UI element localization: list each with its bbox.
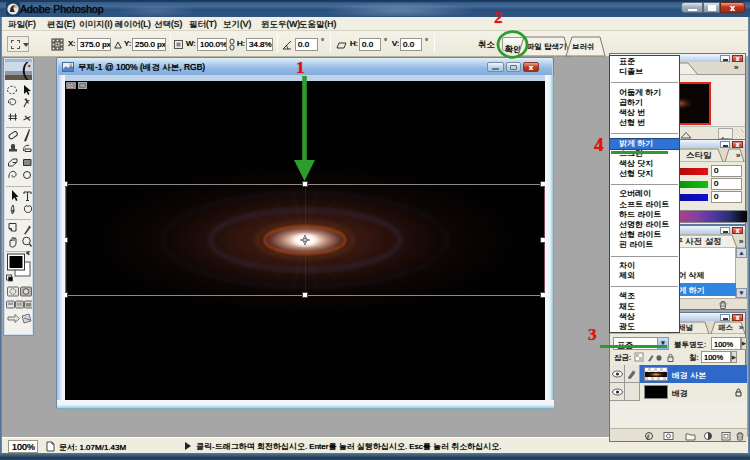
svg-text:01: 01 [67, 83, 73, 89]
